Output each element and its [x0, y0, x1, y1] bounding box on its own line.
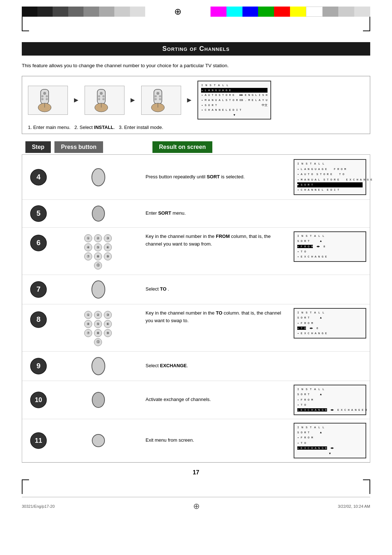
header-press: Press button — [54, 141, 142, 153]
swatch-r5 — [274, 7, 290, 17]
diagram-remotes: ► ► — [28, 81, 364, 119]
remote-hand-3 — [141, 86, 181, 115]
svg-point-1 — [43, 92, 46, 95]
table-row: 6 ① ② ③ ④ ⑤ ⑥ ⑦ ⑧ ⑨ ⓪ — [22, 228, 370, 275]
color-bar-right — [211, 7, 370, 17]
crosshair-bottom: ⊕ — [193, 502, 200, 511]
step-8-screen: I N S T A L L S O R T ▲ • F R O M • T O … — [290, 308, 370, 339]
num-6b: ⑥ — [104, 320, 112, 328]
num-4: ④ — [84, 243, 92, 251]
footer-right: 3/22/02, 10:24 AM — [338, 504, 370, 509]
swatch-7 — [114, 7, 130, 17]
step-4-screen: I N S T A L L • L A N G U A G E F R O M … — [290, 159, 370, 195]
press-header-label: Press button — [54, 141, 103, 153]
table-row: 7 Select TO . — [22, 275, 370, 304]
step-header-label: Step — [25, 141, 51, 153]
num-3: ③ — [104, 234, 112, 242]
step-9-press — [55, 355, 142, 377]
svg-point-39 — [92, 357, 105, 375]
header-step: Step — [22, 141, 54, 153]
svg-text:7: 7 — [36, 285, 40, 293]
table-row: 8 ① ② ③ ④ ⑤ ⑥ ⑦ ⑧ ⑨ ⓪ — [22, 304, 370, 352]
corner-mark-left — [22, 17, 29, 31]
step-6-text: Key in the channel number in the FROM co… — [142, 231, 290, 250]
main-content: Sorting of Channels This feature allows … — [22, 42, 370, 476]
corner-mark-right — [363, 17, 370, 31]
svg-point-19 — [159, 95, 161, 97]
step-5-text: Enter SORT menu. — [142, 208, 290, 219]
footer-left: 30321/Eng/p17-20 — [22, 504, 55, 509]
svg-point-13 — [102, 98, 105, 100]
swatch-3 — [53, 7, 68, 17]
install-menu-screen: I N S T A L L • L A N G U A G E • A U T … — [197, 81, 271, 119]
swatch-6 — [99, 7, 115, 17]
num-9b: ⑨ — [104, 329, 112, 337]
arrow-2: ► — [127, 96, 138, 104]
svg-text:4: 4 — [36, 173, 41, 181]
svg-point-26 — [92, 169, 105, 186]
table-row: 9 Select EXCHANGE. — [22, 352, 370, 381]
corner-mark-bottom-right — [363, 479, 370, 494]
diagram-box: ► ► — [22, 76, 370, 134]
swatch-r2 — [226, 7, 242, 17]
table-row: 11 Exit menu from screen. I N S T A L L … — [22, 419, 370, 462]
svg-point-45 — [92, 434, 105, 447]
num-5: ⑤ — [94, 243, 102, 251]
svg-point-12 — [98, 98, 100, 100]
svg-point-17 — [156, 92, 159, 95]
step-7-press — [55, 279, 142, 300]
svg-text:9: 9 — [36, 362, 40, 370]
swatch-4 — [68, 7, 84, 17]
svg-text:8: 8 — [36, 315, 40, 323]
num-7: ⑦ — [84, 252, 92, 260]
swatch-r1 — [211, 7, 226, 17]
step-4-num: 4 — [22, 167, 55, 187]
swatch-r6 — [290, 7, 306, 17]
step-8-press: ① ② ③ ④ ⑤ ⑥ ⑦ ⑧ ⑨ ⓪ — [55, 308, 142, 348]
swatch-r10 — [354, 7, 370, 17]
crosshair-top: ⊕ — [145, 7, 211, 17]
bottom-marks — [22, 479, 370, 494]
step-6-press: ① ② ③ ④ ⑤ ⑥ ⑦ ⑧ ⑨ ⓪ — [55, 231, 142, 271]
intro-text: This feature allows you to change the ch… — [22, 62, 370, 69]
svg-text:6: 6 — [36, 239, 40, 247]
step-6-num: 6 — [22, 231, 55, 253]
num-0b: ⓪ — [94, 338, 102, 346]
num-1: ① — [84, 234, 92, 242]
num-0: ⓪ — [94, 262, 102, 270]
swatch-r9 — [338, 7, 354, 17]
swatch-1 — [22, 7, 37, 17]
step-11-press — [55, 432, 142, 449]
num-3b: ③ — [104, 311, 112, 319]
step-header-row: Step Press button Result on screen — [22, 141, 370, 153]
swatch-8 — [130, 7, 146, 17]
svg-point-11 — [102, 95, 105, 97]
color-bar-top: ⊕ — [22, 7, 370, 17]
result-header-label: Result on screen — [152, 141, 212, 153]
num-6: ⑥ — [104, 243, 112, 251]
num-2: ② — [94, 234, 102, 242]
svg-text:10: 10 — [35, 396, 42, 404]
step-10-press — [55, 390, 142, 410]
svg-point-42 — [92, 392, 105, 408]
step-7-text: Select TO . — [142, 284, 290, 295]
table-row: 10 Activate exchange of channels. I N S … — [22, 381, 370, 419]
svg-point-10 — [98, 95, 100, 97]
arrow-3: ► — [184, 96, 195, 104]
section-title: Sorting of Channels — [22, 42, 370, 56]
swatch-r7 — [306, 7, 323, 17]
num-4b: ④ — [84, 320, 92, 328]
remote-hand-2 — [85, 86, 124, 115]
svg-point-18 — [155, 95, 157, 97]
arrow-1: ► — [71, 96, 82, 104]
step-7-num: 7 — [22, 279, 55, 300]
top-marks — [22, 17, 370, 31]
svg-point-29 — [92, 206, 105, 221]
svg-point-3 — [46, 95, 48, 97]
step-9-num: 9 — [22, 356, 55, 376]
swatch-r8 — [323, 7, 339, 17]
step-5-press — [55, 203, 142, 224]
step-11-num: 11 — [22, 430, 55, 451]
step-11-screen: I N S T A L L S O R T ▲ • F R O M • T O … — [290, 423, 370, 458]
steps-container: 4 Press button repeatedly until SORT is … — [22, 154, 370, 463]
